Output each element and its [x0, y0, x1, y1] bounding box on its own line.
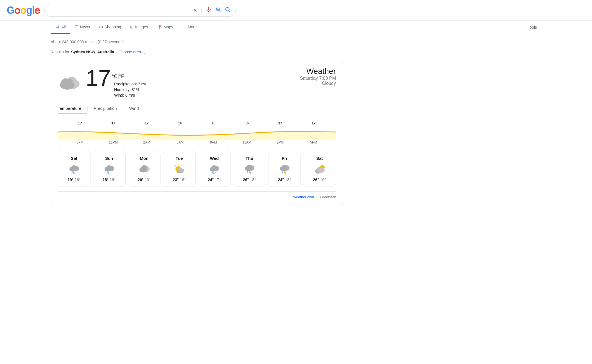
high-temp-thu: 26°: [243, 178, 249, 182]
time-label-7: 5PM: [297, 140, 330, 144]
day-card-wed[interactable]: Wed 24° 17°: [198, 151, 231, 187]
lens-icon[interactable]: [215, 6, 221, 14]
mic-icon[interactable]: [205, 6, 212, 14]
tab-all-label: All: [61, 25, 66, 29]
day-temps-sat1: 19° 16°: [67, 178, 80, 182]
high-temp-wed: 24°: [208, 178, 214, 182]
precipitation-tab[interactable]: Precipitation: [94, 103, 123, 114]
low-temp-tue: 16°: [180, 178, 186, 182]
time-label-5: 11AM: [230, 140, 264, 144]
temp-label-0: 17: [63, 121, 97, 125]
images-tab-icon: ⊞: [130, 25, 134, 29]
header: Google Sydney weather ✕ |: [0, 0, 592, 21]
sat2-icon: [313, 163, 326, 175]
divider: |: [201, 7, 202, 13]
day-temps-sat2: 26° 19°: [313, 178, 326, 182]
mon-icon: [138, 163, 150, 175]
news-tab-icon: ☰: [75, 25, 78, 29]
day-card-tue[interactable]: Tue 23° 16°: [163, 151, 196, 187]
tab-more-label: More: [188, 25, 197, 29]
tab-all[interactable]: All: [51, 21, 70, 34]
tab-images[interactable]: ⊞ Images: [126, 21, 153, 33]
svg-line-26: [110, 172, 110, 174]
weather-datetime: Saturday 7:00 PM: [300, 76, 336, 81]
temp-label-5: 16: [230, 121, 264, 125]
low-temp-mon: 13°: [145, 178, 151, 182]
wed-icon: [208, 163, 220, 175]
high-temp-sun: 18°: [103, 178, 109, 182]
search-icon[interactable]: [225, 6, 231, 14]
location-line: Results for Sydney NSW, Australia · Choo…: [51, 50, 343, 54]
main-content: About 248,000,000 results (0.27 seconds)…: [0, 34, 394, 212]
svg-line-41: [213, 172, 214, 174]
fri-icon: [278, 163, 291, 175]
weather-right: Weather Saturday 7:00 PM Cloudy: [300, 67, 336, 86]
svg-line-9: [58, 27, 59, 28]
sat1-icon: [68, 163, 80, 175]
weather-cloud-icon: [58, 73, 80, 92]
thu-icon: [243, 163, 256, 175]
svg-line-19: [73, 172, 74, 174]
svg-point-23: [107, 165, 112, 170]
day-temps-fri: 24° 18°: [278, 178, 291, 182]
day-card-sat2[interactable]: Sat 26° 19°: [303, 151, 336, 187]
humidity-detail: Humidity: 81%: [114, 87, 146, 92]
high-temp-fri: 24°: [278, 178, 284, 182]
temp-labels: 17 17 17 16 16 16 17 17: [58, 121, 336, 125]
day-card-sun[interactable]: Sun 18° 16°: [93, 151, 126, 187]
tab-shopping[interactable]: 🏷 Shopping: [94, 21, 126, 33]
svg-rect-0: [208, 7, 209, 10]
weather-source-link[interactable]: weather.com: [293, 195, 314, 199]
tools-button[interactable]: Tools: [523, 22, 541, 33]
temp-tab[interactable]: Temperature: [58, 103, 87, 114]
clear-search-icon[interactable]: ✕: [193, 7, 197, 13]
low-temp-thu: 18°: [250, 178, 256, 182]
day-card-thu[interactable]: Thu 26° 18°: [233, 151, 266, 187]
maps-tab-icon: 📍: [157, 25, 162, 29]
temp-display: 17 °C | °F Precipitation: 71% Humidity: …: [86, 67, 146, 97]
tab-news[interactable]: ☰ News: [70, 21, 94, 33]
results-count: About 248,000,000 results (0.27 seconds): [51, 40, 343, 44]
day-temps-mon: 20° 13°: [138, 178, 151, 182]
fahrenheit-unit[interactable]: °F: [119, 74, 124, 79]
temp-label-4: 16: [197, 121, 230, 125]
tab-more[interactable]: ⋮ More: [178, 21, 201, 33]
feedback-link[interactable]: Feedback: [320, 195, 336, 199]
temp-label-2: 17: [130, 121, 164, 125]
svg-point-51: [282, 165, 287, 170]
svg-line-7: [229, 11, 230, 12]
day-name-sat1: Sat: [71, 156, 77, 161]
svg-point-36: [178, 167, 183, 172]
day-temps-thu: 26° 18°: [243, 178, 256, 182]
weather-title: Weather: [300, 67, 336, 76]
tab-maps[interactable]: 📍 Maps: [153, 21, 178, 33]
day-name-tue: Tue: [176, 156, 183, 161]
weather-left: 17 °C | °F Precipitation: 71% Humidity: …: [58, 67, 146, 97]
hourly-chart: 17 17 17 16 16 16 17 17 8PM: [58, 121, 336, 144]
day-card-mon[interactable]: Mon 20° 13°: [128, 151, 161, 187]
tab-images-label: Images: [135, 25, 148, 29]
high-temp-mon: 20°: [138, 178, 144, 182]
day-card-fri[interactable]: Fri 24° 18°: [268, 151, 301, 187]
wind-tab[interactable]: Wind: [129, 103, 144, 114]
results-for-label: Results for: [51, 50, 69, 54]
day-name-thu: Thu: [245, 156, 253, 161]
search-bar[interactable]: Sydney weather ✕ |: [44, 4, 236, 17]
high-temp-tue: 23°: [173, 178, 179, 182]
time-label-6: 2PM: [264, 140, 297, 144]
search-input[interactable]: Sydney weather: [49, 7, 190, 13]
temperature-chart: [58, 126, 336, 140]
celsius-unit[interactable]: °C: [112, 74, 118, 79]
weather-details: Precipitation: 71% Humidity: 81% Wind: 6…: [114, 82, 146, 97]
day-name-sun: Sun: [105, 156, 113, 161]
day-temps-tue: 23° 16°: [173, 178, 186, 182]
choose-area-link[interactable]: Choose area: [119, 50, 141, 54]
dot-separator: ·: [116, 50, 117, 54]
more-options-icon[interactable]: ⋮: [143, 50, 147, 54]
wind-detail: Wind: 6 m/s: [114, 93, 146, 97]
weather-card: 17 °C | °F Precipitation: 71% Humidity: …: [51, 60, 343, 206]
svg-line-20: [74, 172, 75, 174]
day-card-sat1[interactable]: Sat 19° 16°: [58, 151, 91, 187]
time-label-1: 11PM: [97, 140, 130, 144]
more-tab-icon: ⋮: [182, 25, 186, 29]
